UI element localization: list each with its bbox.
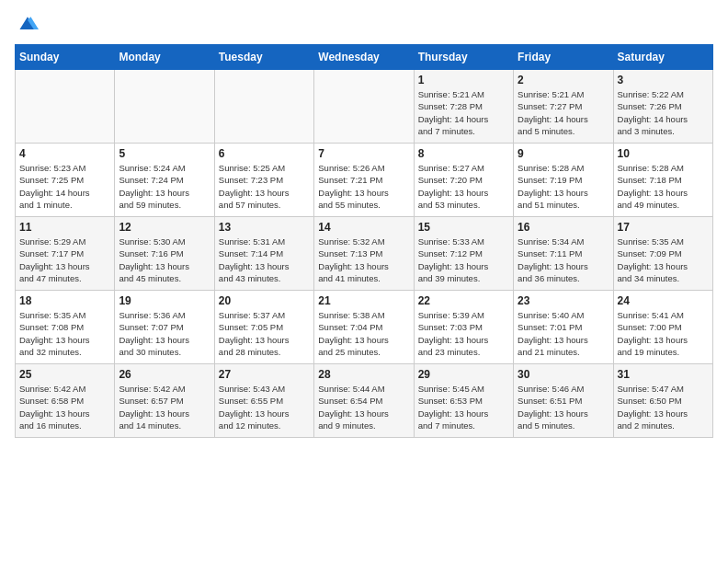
day-number: 10 (618, 147, 709, 160)
calendar-cell: 4Sunrise: 5:23 AM Sunset: 7:25 PM Daylig… (16, 144, 115, 217)
calendar-cell: 16Sunrise: 5:34 AM Sunset: 7:11 PM Dayli… (514, 217, 613, 291)
calendar-cell: 10Sunrise: 5:28 AM Sunset: 7:18 PM Dayli… (613, 144, 712, 217)
calendar-header: SundayMondayTuesdayWednesdayThursdayFrid… (16, 45, 713, 70)
day-info: Sunrise: 5:35 AM Sunset: 7:09 PM Dayligh… (618, 236, 709, 284)
day-number: 18 (19, 294, 110, 307)
day-number: 16 (518, 221, 609, 234)
day-number: 23 (518, 294, 609, 307)
calendar-cell: 22Sunrise: 5:39 AM Sunset: 7:03 PM Dayli… (414, 291, 513, 364)
calendar-cell: 11Sunrise: 5:29 AM Sunset: 7:17 PM Dayli… (16, 217, 115, 291)
day-number: 28 (318, 368, 409, 381)
calendar-cell: 5Sunrise: 5:24 AM Sunset: 7:24 PM Daylig… (115, 144, 214, 217)
day-number: 17 (618, 221, 709, 234)
calendar-cell: 15Sunrise: 5:33 AM Sunset: 7:12 PM Dayli… (414, 217, 513, 291)
days-header-row: SundayMondayTuesdayWednesdayThursdayFrid… (16, 45, 713, 70)
calendar-cell: 28Sunrise: 5:44 AM Sunset: 6:54 PM Dayli… (314, 364, 414, 438)
day-info: Sunrise: 5:21 AM Sunset: 7:28 PM Dayligh… (418, 88, 509, 137)
day-number: 30 (518, 368, 609, 381)
day-number: 31 (618, 368, 709, 381)
day-info: Sunrise: 5:21 AM Sunset: 7:27 PM Dayligh… (518, 88, 609, 137)
day-info: Sunrise: 5:34 AM Sunset: 7:11 PM Dayligh… (518, 236, 609, 284)
calendar-week-3: 11Sunrise: 5:29 AM Sunset: 7:17 PM Dayli… (16, 217, 713, 291)
day-info: Sunrise: 5:28 AM Sunset: 7:18 PM Dayligh… (618, 162, 709, 211)
day-info: Sunrise: 5:47 AM Sunset: 6:50 PM Dayligh… (618, 383, 709, 431)
day-number: 13 (219, 221, 310, 234)
day-number: 22 (418, 294, 509, 307)
calendar-cell: 2Sunrise: 5:21 AM Sunset: 7:27 PM Daylig… (514, 70, 613, 144)
calendar-cell: 3Sunrise: 5:22 AM Sunset: 7:26 PM Daylig… (613, 70, 712, 144)
calendar-cell: 26Sunrise: 5:42 AM Sunset: 6:57 PM Dayli… (115, 364, 214, 438)
day-info: Sunrise: 5:22 AM Sunset: 7:26 PM Dayligh… (618, 88, 709, 137)
calendar-cell: 25Sunrise: 5:42 AM Sunset: 6:58 PM Dayli… (16, 364, 115, 438)
calendar-cell: 13Sunrise: 5:31 AM Sunset: 7:14 PM Dayli… (214, 217, 313, 291)
calendar-cell: 29Sunrise: 5:45 AM Sunset: 6:53 PM Dayli… (414, 364, 513, 438)
calendar-table: SundayMondayTuesdayWednesdayThursdayFrid… (15, 44, 713, 438)
calendar-cell: 6Sunrise: 5:25 AM Sunset: 7:23 PM Daylig… (214, 144, 313, 217)
day-info: Sunrise: 5:24 AM Sunset: 7:24 PM Dayligh… (119, 162, 210, 211)
day-number: 25 (19, 368, 110, 381)
logo (15, 15, 39, 33)
logo-icon (17, 15, 39, 33)
calendar-body: 1Sunrise: 5:21 AM Sunset: 7:28 PM Daylig… (16, 70, 713, 438)
day-info: Sunrise: 5:42 AM Sunset: 6:57 PM Dayligh… (119, 383, 210, 431)
day-number: 4 (19, 147, 110, 160)
calendar-cell: 30Sunrise: 5:46 AM Sunset: 6:51 PM Dayli… (514, 364, 613, 438)
calendar-cell: 21Sunrise: 5:38 AM Sunset: 7:04 PM Dayli… (314, 291, 414, 364)
calendar-cell: 23Sunrise: 5:40 AM Sunset: 7:01 PM Dayli… (514, 291, 613, 364)
calendar-cell: 18Sunrise: 5:35 AM Sunset: 7:08 PM Dayli… (16, 291, 115, 364)
day-info: Sunrise: 5:46 AM Sunset: 6:51 PM Dayligh… (518, 383, 609, 431)
calendar-cell: 20Sunrise: 5:37 AM Sunset: 7:05 PM Dayli… (214, 291, 313, 364)
day-header-friday: Friday (514, 45, 613, 70)
day-number: 3 (618, 74, 709, 86)
day-info: Sunrise: 5:31 AM Sunset: 7:14 PM Dayligh… (219, 236, 310, 284)
calendar-cell (314, 70, 414, 144)
day-number: 26 (119, 368, 210, 381)
day-info: Sunrise: 5:43 AM Sunset: 6:55 PM Dayligh… (219, 383, 310, 431)
day-number: 9 (518, 147, 609, 160)
day-info: Sunrise: 5:27 AM Sunset: 7:20 PM Dayligh… (418, 162, 509, 211)
day-header-tuesday: Tuesday (214, 45, 313, 70)
day-number: 2 (518, 74, 609, 86)
day-info: Sunrise: 5:40 AM Sunset: 7:01 PM Dayligh… (518, 309, 609, 358)
calendar-cell: 1Sunrise: 5:21 AM Sunset: 7:28 PM Daylig… (414, 70, 513, 144)
day-number: 20 (219, 294, 310, 307)
day-header-wednesday: Wednesday (314, 45, 414, 70)
day-info: Sunrise: 5:23 AM Sunset: 7:25 PM Dayligh… (19, 162, 110, 211)
calendar-cell: 12Sunrise: 5:30 AM Sunset: 7:16 PM Dayli… (115, 217, 214, 291)
day-info: Sunrise: 5:29 AM Sunset: 7:17 PM Dayligh… (19, 236, 110, 284)
calendar-cell: 14Sunrise: 5:32 AM Sunset: 7:13 PM Dayli… (314, 217, 414, 291)
day-number: 14 (318, 221, 409, 234)
calendar-cell: 9Sunrise: 5:28 AM Sunset: 7:19 PM Daylig… (514, 144, 613, 217)
day-number: 27 (219, 368, 310, 381)
day-info: Sunrise: 5:37 AM Sunset: 7:05 PM Dayligh… (219, 309, 310, 358)
day-header-monday: Monday (115, 45, 214, 70)
calendar-cell: 7Sunrise: 5:26 AM Sunset: 7:21 PM Daylig… (314, 144, 414, 217)
day-info: Sunrise: 5:36 AM Sunset: 7:07 PM Dayligh… (119, 309, 210, 358)
day-info: Sunrise: 5:38 AM Sunset: 7:04 PM Dayligh… (318, 309, 409, 358)
day-number: 24 (618, 294, 709, 307)
day-number: 1 (418, 74, 509, 86)
day-number: 5 (119, 147, 210, 160)
calendar-week-4: 18Sunrise: 5:35 AM Sunset: 7:08 PM Dayli… (16, 291, 713, 364)
calendar-cell: 17Sunrise: 5:35 AM Sunset: 7:09 PM Dayli… (613, 217, 712, 291)
day-number: 11 (19, 221, 110, 234)
day-info: Sunrise: 5:41 AM Sunset: 7:00 PM Dayligh… (618, 309, 709, 358)
day-number: 6 (219, 147, 310, 160)
day-info: Sunrise: 5:35 AM Sunset: 7:08 PM Dayligh… (19, 309, 110, 358)
calendar-cell: 19Sunrise: 5:36 AM Sunset: 7:07 PM Dayli… (115, 291, 214, 364)
day-info: Sunrise: 5:25 AM Sunset: 7:23 PM Dayligh… (219, 162, 310, 211)
calendar-week-2: 4Sunrise: 5:23 AM Sunset: 7:25 PM Daylig… (16, 144, 713, 217)
page-header (15, 15, 713, 33)
day-info: Sunrise: 5:28 AM Sunset: 7:19 PM Dayligh… (518, 162, 609, 211)
calendar-week-5: 25Sunrise: 5:42 AM Sunset: 6:58 PM Dayli… (16, 364, 713, 438)
day-info: Sunrise: 5:30 AM Sunset: 7:16 PM Dayligh… (119, 236, 210, 284)
day-header-thursday: Thursday (414, 45, 513, 70)
calendar-cell: 24Sunrise: 5:41 AM Sunset: 7:00 PM Dayli… (613, 291, 712, 364)
day-info: Sunrise: 5:42 AM Sunset: 6:58 PM Dayligh… (19, 383, 110, 431)
day-header-sunday: Sunday (16, 45, 115, 70)
day-number: 29 (418, 368, 509, 381)
day-info: Sunrise: 5:45 AM Sunset: 6:53 PM Dayligh… (418, 383, 509, 431)
day-info: Sunrise: 5:32 AM Sunset: 7:13 PM Dayligh… (318, 236, 409, 284)
day-number: 12 (119, 221, 210, 234)
day-info: Sunrise: 5:44 AM Sunset: 6:54 PM Dayligh… (318, 383, 409, 431)
